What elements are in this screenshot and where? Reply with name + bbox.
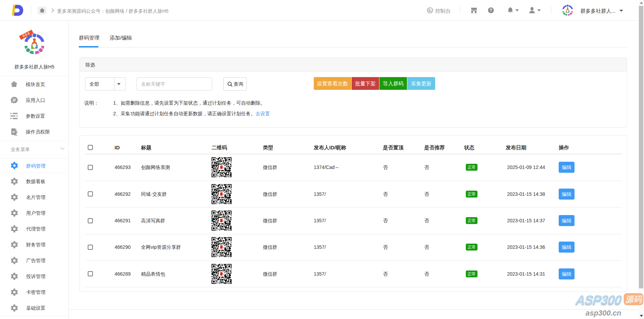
svg-text:?: ? <box>490 8 492 13</box>
